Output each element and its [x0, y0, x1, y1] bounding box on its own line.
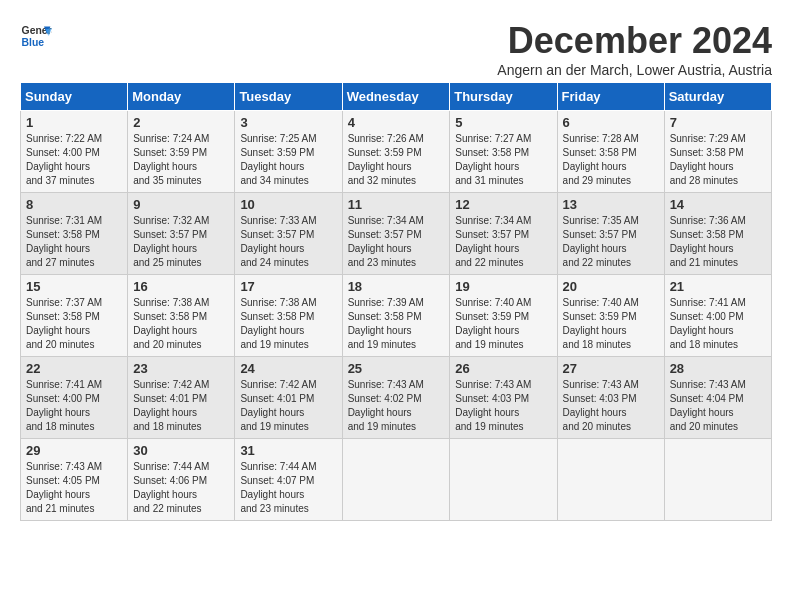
day-info: Sunrise: 7:35 AM Sunset: 3:57 PM Dayligh…: [563, 214, 659, 270]
calendar-header-thursday: Thursday: [450, 83, 557, 111]
day-info: Sunrise: 7:27 AM Sunset: 3:58 PM Dayligh…: [455, 132, 551, 188]
calendar-cell: 18 Sunrise: 7:39 AM Sunset: 3:58 PM Dayl…: [342, 275, 450, 357]
day-number: 12: [455, 197, 551, 212]
day-number: 27: [563, 361, 659, 376]
calendar-cell: 12 Sunrise: 7:34 AM Sunset: 3:57 PM Dayl…: [450, 193, 557, 275]
day-info: Sunrise: 7:36 AM Sunset: 3:58 PM Dayligh…: [670, 214, 766, 270]
day-info: Sunrise: 7:34 AM Sunset: 3:57 PM Dayligh…: [455, 214, 551, 270]
page-header: General Blue December 2024 Angern an der…: [20, 20, 772, 78]
day-info: Sunrise: 7:22 AM Sunset: 4:00 PM Dayligh…: [26, 132, 122, 188]
calendar-cell: 10 Sunrise: 7:33 AM Sunset: 3:57 PM Dayl…: [235, 193, 342, 275]
calendar-week-4: 22 Sunrise: 7:41 AM Sunset: 4:00 PM Dayl…: [21, 357, 772, 439]
calendar-week-1: 1 Sunrise: 7:22 AM Sunset: 4:00 PM Dayli…: [21, 111, 772, 193]
calendar-cell: 28 Sunrise: 7:43 AM Sunset: 4:04 PM Dayl…: [664, 357, 771, 439]
calendar-header-monday: Monday: [128, 83, 235, 111]
day-number: 5: [455, 115, 551, 130]
day-number: 11: [348, 197, 445, 212]
day-number: 13: [563, 197, 659, 212]
calendar-header-saturday: Saturday: [664, 83, 771, 111]
day-info: Sunrise: 7:44 AM Sunset: 4:07 PM Dayligh…: [240, 460, 336, 516]
calendar-table: SundayMondayTuesdayWednesdayThursdayFrid…: [20, 82, 772, 521]
day-info: Sunrise: 7:43 AM Sunset: 4:02 PM Dayligh…: [348, 378, 445, 434]
day-number: 30: [133, 443, 229, 458]
day-number: 29: [26, 443, 122, 458]
calendar-cell: 22 Sunrise: 7:41 AM Sunset: 4:00 PM Dayl…: [21, 357, 128, 439]
calendar-cell: [557, 439, 664, 521]
day-number: 17: [240, 279, 336, 294]
day-number: 15: [26, 279, 122, 294]
day-number: 9: [133, 197, 229, 212]
day-info: Sunrise: 7:38 AM Sunset: 3:58 PM Dayligh…: [240, 296, 336, 352]
day-number: 21: [670, 279, 766, 294]
day-info: Sunrise: 7:40 AM Sunset: 3:59 PM Dayligh…: [563, 296, 659, 352]
calendar-week-2: 8 Sunrise: 7:31 AM Sunset: 3:58 PM Dayli…: [21, 193, 772, 275]
day-info: Sunrise: 7:40 AM Sunset: 3:59 PM Dayligh…: [455, 296, 551, 352]
day-info: Sunrise: 7:25 AM Sunset: 3:59 PM Dayligh…: [240, 132, 336, 188]
day-number: 10: [240, 197, 336, 212]
calendar-cell: 8 Sunrise: 7:31 AM Sunset: 3:58 PM Dayli…: [21, 193, 128, 275]
calendar-cell: 4 Sunrise: 7:26 AM Sunset: 3:59 PM Dayli…: [342, 111, 450, 193]
day-number: 24: [240, 361, 336, 376]
calendar-cell: 3 Sunrise: 7:25 AM Sunset: 3:59 PM Dayli…: [235, 111, 342, 193]
calendar-cell: 30 Sunrise: 7:44 AM Sunset: 4:06 PM Dayl…: [128, 439, 235, 521]
day-info: Sunrise: 7:42 AM Sunset: 4:01 PM Dayligh…: [240, 378, 336, 434]
day-info: Sunrise: 7:42 AM Sunset: 4:01 PM Dayligh…: [133, 378, 229, 434]
calendar-cell: 13 Sunrise: 7:35 AM Sunset: 3:57 PM Dayl…: [557, 193, 664, 275]
day-number: 7: [670, 115, 766, 130]
calendar-cell: 31 Sunrise: 7:44 AM Sunset: 4:07 PM Dayl…: [235, 439, 342, 521]
calendar-cell: 23 Sunrise: 7:42 AM Sunset: 4:01 PM Dayl…: [128, 357, 235, 439]
calendar-cell: 9 Sunrise: 7:32 AM Sunset: 3:57 PM Dayli…: [128, 193, 235, 275]
calendar-cell: 20 Sunrise: 7:40 AM Sunset: 3:59 PM Dayl…: [557, 275, 664, 357]
calendar-cell: 16 Sunrise: 7:38 AM Sunset: 3:58 PM Dayl…: [128, 275, 235, 357]
day-info: Sunrise: 7:41 AM Sunset: 4:00 PM Dayligh…: [670, 296, 766, 352]
day-info: Sunrise: 7:37 AM Sunset: 3:58 PM Dayligh…: [26, 296, 122, 352]
calendar-cell: 11 Sunrise: 7:34 AM Sunset: 3:57 PM Dayl…: [342, 193, 450, 275]
calendar-cell: 17 Sunrise: 7:38 AM Sunset: 3:58 PM Dayl…: [235, 275, 342, 357]
day-number: 28: [670, 361, 766, 376]
day-info: Sunrise: 7:33 AM Sunset: 3:57 PM Dayligh…: [240, 214, 336, 270]
day-info: Sunrise: 7:34 AM Sunset: 3:57 PM Dayligh…: [348, 214, 445, 270]
calendar-cell: [450, 439, 557, 521]
calendar-cell: 2 Sunrise: 7:24 AM Sunset: 3:59 PM Dayli…: [128, 111, 235, 193]
logo: General Blue: [20, 20, 52, 52]
logo-icon: General Blue: [20, 20, 52, 52]
calendar-cell: 19 Sunrise: 7:40 AM Sunset: 3:59 PM Dayl…: [450, 275, 557, 357]
day-number: 18: [348, 279, 445, 294]
day-number: 1: [26, 115, 122, 130]
day-info: Sunrise: 7:43 AM Sunset: 4:05 PM Dayligh…: [26, 460, 122, 516]
subtitle: Angern an der March, Lower Austria, Aust…: [497, 62, 772, 78]
calendar-header-row: SundayMondayTuesdayWednesdayThursdayFrid…: [21, 83, 772, 111]
calendar-cell: 26 Sunrise: 7:43 AM Sunset: 4:03 PM Dayl…: [450, 357, 557, 439]
day-info: Sunrise: 7:26 AM Sunset: 3:59 PM Dayligh…: [348, 132, 445, 188]
calendar-cell: 21 Sunrise: 7:41 AM Sunset: 4:00 PM Dayl…: [664, 275, 771, 357]
day-number: 31: [240, 443, 336, 458]
calendar-header-tuesday: Tuesday: [235, 83, 342, 111]
calendar-cell: 1 Sunrise: 7:22 AM Sunset: 4:00 PM Dayli…: [21, 111, 128, 193]
calendar-week-5: 29 Sunrise: 7:43 AM Sunset: 4:05 PM Dayl…: [21, 439, 772, 521]
title-block: December 2024 Angern an der March, Lower…: [497, 20, 772, 78]
day-number: 14: [670, 197, 766, 212]
calendar-header-sunday: Sunday: [21, 83, 128, 111]
calendar-cell: 27 Sunrise: 7:43 AM Sunset: 4:03 PM Dayl…: [557, 357, 664, 439]
day-info: Sunrise: 7:43 AM Sunset: 4:03 PM Dayligh…: [563, 378, 659, 434]
day-info: Sunrise: 7:28 AM Sunset: 3:58 PM Dayligh…: [563, 132, 659, 188]
calendar-cell: 29 Sunrise: 7:43 AM Sunset: 4:05 PM Dayl…: [21, 439, 128, 521]
day-number: 22: [26, 361, 122, 376]
calendar-cell: 14 Sunrise: 7:36 AM Sunset: 3:58 PM Dayl…: [664, 193, 771, 275]
day-number: 26: [455, 361, 551, 376]
day-info: Sunrise: 7:38 AM Sunset: 3:58 PM Dayligh…: [133, 296, 229, 352]
day-number: 8: [26, 197, 122, 212]
day-number: 19: [455, 279, 551, 294]
day-info: Sunrise: 7:32 AM Sunset: 3:57 PM Dayligh…: [133, 214, 229, 270]
calendar-header-wednesday: Wednesday: [342, 83, 450, 111]
calendar-cell: 5 Sunrise: 7:27 AM Sunset: 3:58 PM Dayli…: [450, 111, 557, 193]
calendar-cell: 7 Sunrise: 7:29 AM Sunset: 3:58 PM Dayli…: [664, 111, 771, 193]
calendar-cell: 25 Sunrise: 7:43 AM Sunset: 4:02 PM Dayl…: [342, 357, 450, 439]
day-info: Sunrise: 7:41 AM Sunset: 4:00 PM Dayligh…: [26, 378, 122, 434]
day-number: 2: [133, 115, 229, 130]
day-number: 6: [563, 115, 659, 130]
day-info: Sunrise: 7:43 AM Sunset: 4:03 PM Dayligh…: [455, 378, 551, 434]
day-number: 3: [240, 115, 336, 130]
day-number: 16: [133, 279, 229, 294]
day-info: Sunrise: 7:44 AM Sunset: 4:06 PM Dayligh…: [133, 460, 229, 516]
